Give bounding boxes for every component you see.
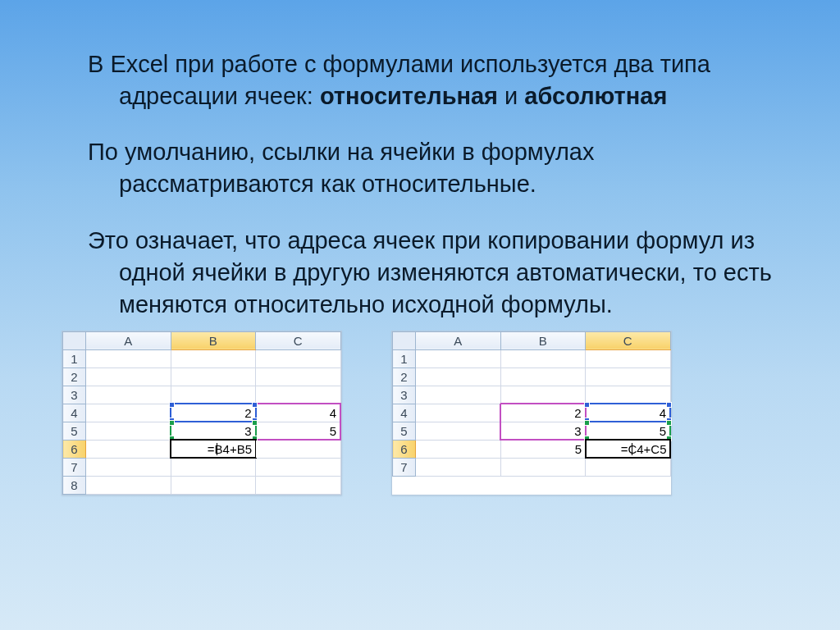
excel-screenshot-right: A B C 1 2 3 4 2 4 5 3 — [391, 331, 672, 495]
selection-handle-icon — [584, 420, 590, 426]
cell-c5[interactable]: 5 — [256, 422, 341, 440]
col-header-b[interactable]: B — [171, 331, 256, 349]
col-header-a[interactable]: A — [416, 331, 501, 349]
excel-grid: A B C 1 2 3 4 2 4 5 3 — [62, 331, 341, 495]
selection-handle-icon — [666, 420, 672, 426]
cell[interactable] — [86, 404, 171, 422]
text-bold: абсолютная — [524, 83, 667, 109]
cell[interactable] — [256, 458, 341, 476]
cell[interactable] — [86, 349, 171, 368]
cell[interactable] — [500, 368, 586, 386]
sheets-row: A B C 1 2 3 4 2 4 5 3 — [45, 331, 795, 495]
selection-handle-icon — [666, 402, 672, 408]
cell[interactable] — [586, 458, 671, 476]
cell[interactable] — [171, 458, 256, 476]
row-header[interactable]: 7 — [393, 458, 416, 476]
cell[interactable] — [416, 368, 501, 386]
cell[interactable] — [586, 386, 671, 404]
corner-cell — [393, 331, 416, 349]
corner-cell — [63, 331, 86, 349]
cell[interactable] — [256, 368, 341, 386]
cell[interactable] — [86, 440, 171, 458]
cell-c6[interactable]: =C4+C5 — [586, 440, 671, 458]
paragraph-2: По умолчанию, ссылки на ячейки в формула… — [45, 136, 795, 200]
cell-b5[interactable]: 3 — [500, 422, 586, 440]
row-header[interactable]: 2 — [393, 368, 416, 386]
cell-c5[interactable]: 5 — [586, 422, 671, 440]
excel-grid: A B C 1 2 3 4 2 4 5 3 — [392, 331, 671, 477]
col-header-b[interactable]: B — [500, 331, 586, 349]
cell[interactable] — [171, 476, 256, 494]
cell-b6[interactable]: 5 — [500, 440, 586, 458]
paragraph-3: Это означает, что адреса ячеек при копир… — [45, 225, 795, 321]
cell[interactable] — [416, 349, 501, 368]
cell[interactable] — [500, 458, 586, 476]
cell[interactable] — [416, 440, 501, 458]
selection-handle-icon — [584, 402, 590, 408]
text-bold: относительная — [320, 83, 498, 109]
paragraph-1: В Excel при работе с формулами используе… — [45, 48, 795, 112]
cell[interactable] — [416, 422, 501, 440]
cell[interactable] — [416, 458, 501, 476]
cell[interactable] — [86, 422, 171, 440]
cell[interactable] — [500, 386, 586, 404]
cell-b4[interactable]: 2 — [171, 404, 256, 422]
cell[interactable] — [86, 458, 171, 476]
cell[interactable] — [256, 440, 341, 458]
cell[interactable] — [256, 349, 341, 368]
cell[interactable] — [171, 386, 256, 404]
row-header[interactable]: 5 — [393, 422, 416, 440]
cell[interactable] — [416, 386, 501, 404]
cell-c4[interactable]: 4 — [256, 404, 341, 422]
cell[interactable] — [86, 386, 171, 404]
cell[interactable] — [586, 349, 671, 368]
row-header[interactable]: 1 — [63, 349, 86, 368]
row-header[interactable]: 6 — [393, 440, 416, 458]
row-header[interactable]: 7 — [63, 458, 86, 476]
row-header[interactable]: 8 — [63, 476, 86, 494]
row-header[interactable]: 3 — [63, 386, 86, 404]
row-header[interactable]: 2 — [63, 368, 86, 386]
selection-handle-icon — [169, 420, 175, 426]
col-header-a[interactable]: A — [86, 331, 171, 349]
cell[interactable] — [171, 349, 256, 368]
cell[interactable] — [500, 349, 586, 368]
row-header[interactable]: 3 — [393, 386, 416, 404]
cell[interactable] — [256, 386, 341, 404]
row-header[interactable]: 5 — [63, 422, 86, 440]
cell-b6[interactable]: =B4+B5 — [171, 440, 256, 458]
col-header-c[interactable]: C — [256, 331, 341, 349]
cell-b4[interactable]: 2 — [500, 404, 586, 422]
col-header-c[interactable]: C — [586, 331, 671, 349]
cell-b5[interactable]: 3 — [171, 422, 256, 440]
cell[interactable] — [586, 368, 671, 386]
cell[interactable] — [171, 368, 256, 386]
cell[interactable] — [416, 404, 501, 422]
row-header[interactable]: 4 — [63, 404, 86, 422]
cell[interactable] — [256, 476, 341, 494]
row-header[interactable]: 1 — [393, 349, 416, 368]
cell[interactable] — [86, 476, 171, 494]
selection-handle-icon — [169, 402, 175, 408]
cell[interactable] — [86, 368, 171, 386]
excel-screenshot-left: A B C 1 2 3 4 2 4 5 3 — [62, 331, 342, 495]
row-header[interactable]: 6 — [63, 440, 86, 458]
row-header[interactable]: 4 — [393, 404, 416, 422]
cell-c4[interactable]: 4 — [586, 404, 671, 422]
text: и — [498, 83, 524, 109]
